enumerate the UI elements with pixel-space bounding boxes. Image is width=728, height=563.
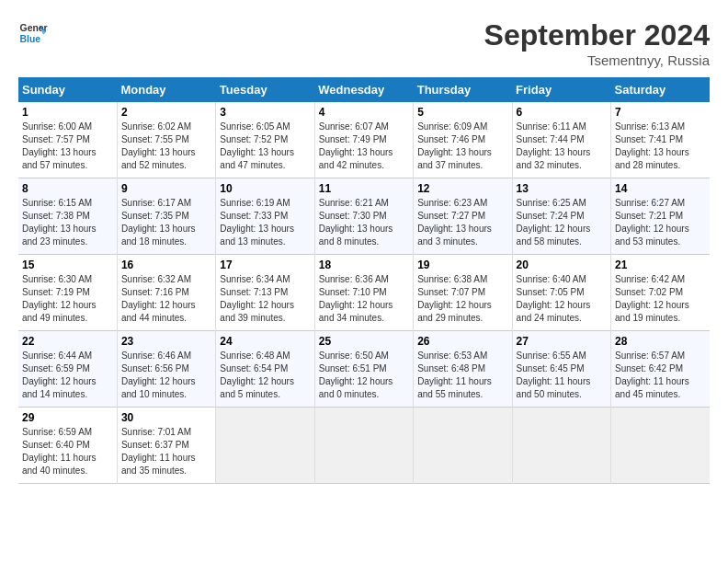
sunrise-time: Sunrise: 6:07 AM — [319, 121, 389, 132]
calendar-week-row: 1 Sunrise: 6:00 AM Sunset: 7:57 PM Dayli… — [18, 102, 710, 178]
calendar-cell: 4 Sunrise: 6:07 AM Sunset: 7:49 PM Dayli… — [314, 102, 413, 178]
sunrise-time: Sunrise: 6:25 AM — [517, 198, 586, 208]
daylight-hours: Daylight: 11 hours and 35 minutes. — [121, 453, 196, 476]
day-info: Sunrise: 6:17 AM Sunset: 7:35 PM Dayligh… — [121, 197, 211, 248]
day-number: 19 — [417, 259, 507, 271]
weekday-header-sunday: Sunday — [18, 77, 117, 102]
day-number: 5 — [417, 106, 507, 119]
day-number: 16 — [121, 259, 211, 271]
sunrise-time: Sunrise: 6:36 AM — [319, 274, 389, 284]
daylight-hours: Daylight: 13 hours and 37 minutes. — [417, 147, 492, 170]
daylight-hours: Daylight: 13 hours and 3 minutes. — [417, 224, 492, 247]
calendar-cell: 16 Sunrise: 6:32 AM Sunset: 7:16 PM Dayl… — [117, 255, 215, 331]
calendar-cell: 28 Sunrise: 6:57 AM Sunset: 6:42 PM Dayl… — [611, 331, 710, 408]
calendar-cell: 19 Sunrise: 6:38 AM Sunset: 7:07 PM Dayl… — [414, 255, 512, 331]
day-info: Sunrise: 6:23 AM Sunset: 7:27 PM Dayligh… — [417, 197, 507, 248]
day-info: Sunrise: 6:59 AM Sunset: 6:40 PM Dayligh… — [22, 426, 113, 477]
day-info: Sunrise: 6:19 AM Sunset: 7:33 PM Dayligh… — [220, 197, 310, 248]
sunset-time: Sunset: 6:40 PM — [22, 440, 90, 450]
sunset-time: Sunset: 6:59 PM — [22, 363, 90, 373]
daylight-hours: Daylight: 13 hours and 47 minutes. — [220, 147, 294, 170]
day-info: Sunrise: 6:44 AM Sunset: 6:59 PM Dayligh… — [22, 350, 113, 401]
calendar-cell: 21 Sunrise: 6:42 AM Sunset: 7:02 PM Dayl… — [611, 255, 710, 331]
sunset-time: Sunset: 6:51 PM — [319, 363, 387, 373]
sunset-time: Sunset: 7:38 PM — [22, 211, 90, 221]
calendar-cell: 29 Sunrise: 6:59 AM Sunset: 6:40 PM Dayl… — [18, 408, 117, 484]
sunrise-time: Sunrise: 6:21 AM — [319, 198, 389, 208]
day-info: Sunrise: 6:40 AM Sunset: 7:05 PM Dayligh… — [517, 273, 607, 325]
daylight-hours: Daylight: 13 hours and 32 minutes. — [517, 147, 591, 170]
day-number: 17 — [220, 259, 310, 271]
day-number: 2 — [121, 106, 211, 119]
daylight-hours: Daylight: 13 hours and 57 minutes. — [22, 147, 97, 170]
day-info: Sunrise: 6:05 AM Sunset: 7:52 PM Dayligh… — [220, 121, 310, 172]
calendar-cell: 10 Sunrise: 6:19 AM Sunset: 7:33 PM Dayl… — [216, 178, 314, 255]
daylight-hours: Daylight: 12 hours and 5 minutes. — [220, 376, 294, 399]
calendar-cell: 3 Sunrise: 6:05 AM Sunset: 7:52 PM Dayli… — [216, 102, 314, 178]
day-info: Sunrise: 6:13 AM Sunset: 7:41 PM Dayligh… — [615, 121, 706, 172]
page-header: General Blue September 2024 Tsementnyy, … — [18, 18, 710, 68]
daylight-hours: Daylight: 13 hours and 18 minutes. — [121, 224, 196, 247]
day-number: 13 — [517, 182, 607, 195]
sunrise-time: Sunrise: 6:09 AM — [417, 121, 487, 132]
calendar-cell: 1 Sunrise: 6:00 AM Sunset: 7:57 PM Dayli… — [18, 102, 117, 178]
location: Tsementnyy, Russia — [484, 52, 710, 68]
sunset-time: Sunset: 7:13 PM — [220, 287, 288, 297]
daylight-hours: Daylight: 13 hours and 52 minutes. — [121, 147, 196, 170]
day-info: Sunrise: 6:27 AM Sunset: 7:21 PM Dayligh… — [615, 197, 706, 248]
logo: General Blue — [18, 18, 48, 48]
sunset-time: Sunset: 6:37 PM — [121, 440, 189, 450]
sunrise-time: Sunrise: 6:17 AM — [121, 198, 191, 208]
sunrise-time: Sunrise: 6:44 AM — [22, 350, 92, 361]
day-number: 21 — [615, 259, 706, 271]
day-number: 10 — [220, 182, 310, 195]
sunset-time: Sunset: 6:45 PM — [517, 363, 585, 373]
daylight-hours: Daylight: 13 hours and 8 minutes. — [319, 224, 393, 247]
day-number: 29 — [22, 411, 113, 424]
day-info: Sunrise: 6:02 AM Sunset: 7:55 PM Dayligh… — [121, 121, 211, 172]
daylight-hours: Daylight: 11 hours and 40 minutes. — [22, 453, 97, 476]
title-block: September 2024 Tsementnyy, Russia — [484, 18, 710, 68]
sunset-time: Sunset: 7:10 PM — [319, 287, 387, 297]
daylight-hours: Daylight: 12 hours and 29 minutes. — [417, 300, 492, 323]
sunrise-time: Sunrise: 6:27 AM — [615, 198, 685, 208]
daylight-hours: Daylight: 12 hours and 14 minutes. — [22, 376, 97, 399]
day-info: Sunrise: 6:50 AM Sunset: 6:51 PM Dayligh… — [319, 350, 409, 401]
calendar-table: SundayMondayTuesdayWednesdayThursdayFrid… — [18, 77, 710, 484]
weekday-header-row: SundayMondayTuesdayWednesdayThursdayFrid… — [18, 77, 710, 102]
sunrise-time: Sunrise: 6:53 AM — [417, 350, 487, 361]
calendar-cell: 8 Sunrise: 6:15 AM Sunset: 7:38 PM Dayli… — [18, 178, 117, 255]
sunset-time: Sunset: 7:07 PM — [417, 287, 485, 297]
sunset-time: Sunset: 7:41 PM — [615, 134, 683, 144]
sunset-time: Sunset: 7:46 PM — [417, 134, 485, 144]
day-info: Sunrise: 6:36 AM Sunset: 7:10 PM Dayligh… — [319, 273, 409, 325]
calendar-cell: 18 Sunrise: 6:36 AM Sunset: 7:10 PM Dayl… — [314, 255, 413, 331]
day-info: Sunrise: 6:48 AM Sunset: 6:54 PM Dayligh… — [220, 350, 310, 401]
daylight-hours: Daylight: 11 hours and 55 minutes. — [417, 376, 492, 399]
sunrise-time: Sunrise: 6:34 AM — [220, 274, 290, 284]
calendar-cell: 30 Sunrise: 7:01 AM Sunset: 6:37 PM Dayl… — [117, 408, 215, 484]
daylight-hours: Daylight: 13 hours and 42 minutes. — [319, 147, 393, 170]
sunset-time: Sunset: 7:49 PM — [319, 134, 387, 144]
calendar-cell: 11 Sunrise: 6:21 AM Sunset: 7:30 PM Dayl… — [314, 178, 413, 255]
calendar-cell — [414, 408, 512, 484]
sunset-time: Sunset: 7:52 PM — [220, 134, 288, 144]
sunrise-time: Sunrise: 6:59 AM — [22, 427, 92, 437]
logo-icon: General Blue — [18, 18, 48, 48]
weekday-header-wednesday: Wednesday — [314, 77, 413, 102]
sunset-time: Sunset: 7:16 PM — [121, 287, 189, 297]
calendar-cell — [314, 408, 413, 484]
calendar-cell — [216, 408, 314, 484]
day-info: Sunrise: 6:11 AM Sunset: 7:44 PM Dayligh… — [517, 121, 607, 172]
calendar-cell: 17 Sunrise: 6:34 AM Sunset: 7:13 PM Dayl… — [216, 255, 314, 331]
daylight-hours: Daylight: 13 hours and 23 minutes. — [22, 224, 97, 247]
calendar-cell — [512, 408, 610, 484]
daylight-hours: Daylight: 12 hours and 58 minutes. — [517, 224, 591, 247]
day-info: Sunrise: 6:42 AM Sunset: 7:02 PM Dayligh… — [615, 273, 706, 325]
day-info: Sunrise: 6:46 AM Sunset: 6:56 PM Dayligh… — [121, 350, 211, 401]
sunrise-time: Sunrise: 6:42 AM — [615, 274, 685, 284]
svg-text:Blue: Blue — [20, 34, 41, 44]
sunrise-time: Sunrise: 6:30 AM — [22, 274, 92, 284]
sunrise-time: Sunrise: 7:01 AM — [121, 427, 191, 437]
day-info: Sunrise: 6:30 AM Sunset: 7:19 PM Dayligh… — [22, 273, 113, 325]
